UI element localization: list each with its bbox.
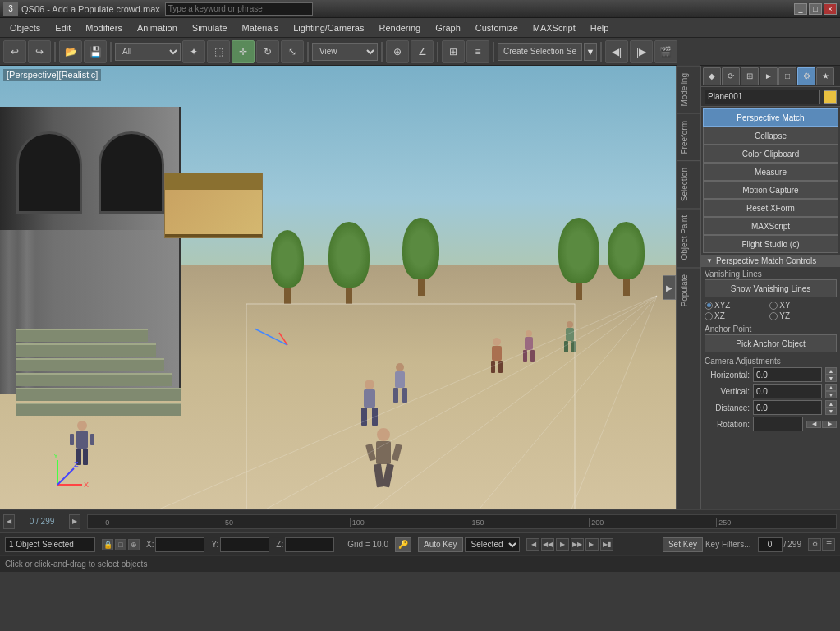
distance-input[interactable] [753, 400, 822, 415]
snap-icon[interactable]: ⊕ [128, 539, 140, 550]
end-frame-btn[interactable]: ▶▮ [600, 538, 613, 551]
radio-yz[interactable]: YZ [769, 311, 833, 320]
radio-xyz-dot[interactable] [705, 302, 713, 310]
horizontal-input[interactable] [753, 367, 822, 382]
horizontal-up-btn[interactable]: ▲ [825, 367, 837, 375]
frame-number-input[interactable] [758, 537, 783, 552]
viewport-fold-btn[interactable]: ▶ [663, 275, 676, 300]
align-btn[interactable]: ≡ [466, 40, 489, 63]
vtab-object-paint[interactable]: Object Paint [677, 208, 700, 266]
selected-dropdown[interactable]: Selected [465, 537, 520, 552]
auto-key-btn[interactable]: Auto Key [418, 537, 463, 552]
utilities-icon-btn[interactable]: ⚙ [797, 67, 815, 85]
reset-xform-btn[interactable]: Reset XForm [703, 199, 838, 217]
color-clipboard-btn[interactable]: Color Clipboard [703, 145, 838, 163]
create-selection-dropdown[interactable]: ▼ [584, 43, 597, 61]
filter-dropdown[interactable]: All [115, 43, 181, 61]
maxscript-btn[interactable]: MAXScript [703, 217, 838, 235]
menu-rendering[interactable]: Rendering [372, 21, 427, 35]
render-btn[interactable]: 🎬 [654, 40, 677, 63]
save-btn[interactable]: 💾 [84, 40, 107, 63]
scale-btn[interactable]: ⤡ [281, 40, 304, 63]
prev-key-btn[interactable]: ◀| [605, 40, 628, 63]
prev-frame-btn[interactable]: |◀ [526, 538, 539, 551]
menu-help[interactable]: Help [584, 21, 616, 35]
snap-btn[interactable]: ⊕ [386, 40, 409, 63]
menu-objects[interactable]: Objects [3, 21, 47, 35]
motion-icon-btn[interactable]: ► [760, 67, 778, 85]
display-icon-btn[interactable]: ◆ [703, 67, 721, 85]
star-icon-btn[interactable]: ★ [816, 67, 834, 85]
hierarchy-icon-btn[interactable]: ⊞ [741, 67, 759, 85]
prev-key-frame-btn[interactable]: ◀◀ [541, 538, 554, 551]
redo-btn[interactable]: ↪ [28, 40, 51, 63]
measure-btn[interactable]: Measure [703, 163, 838, 181]
menu-edit[interactable]: Edit [48, 21, 77, 35]
lock-icon[interactable]: 🔒 [102, 539, 113, 550]
menu-graph[interactable]: Graph [429, 21, 467, 35]
vertical-down-btn[interactable]: ▼ [825, 391, 837, 398]
menu-maxscript[interactable]: MAXScript [526, 21, 582, 35]
rollout-header[interactable]: ▼ Perspective Match Controls [701, 255, 840, 267]
object-icon[interactable]: □ [115, 539, 126, 550]
minimize-btn[interactable]: _ [794, 3, 807, 15]
z-coord-input[interactable] [285, 537, 334, 552]
radio-xyz[interactable]: XYZ [705, 301, 768, 310]
key-icon[interactable]: 🔑 [395, 537, 411, 552]
menu-customize[interactable]: Customize [469, 21, 525, 35]
horizontal-down-btn[interactable]: ▼ [825, 375, 837, 382]
y-coord-input[interactable] [220, 537, 269, 552]
viewport-3d[interactable]: [Perspective][Realistic] X Y Z ▶ [0, 66, 676, 509]
play-btn[interactable]: ▶ [556, 538, 569, 551]
motion-capture-btn[interactable]: Motion Capture [703, 181, 838, 199]
vertical-input[interactable] [753, 384, 822, 398]
menu-animation[interactable]: Animation [131, 21, 184, 35]
collapse-btn[interactable]: Collapse [703, 127, 838, 145]
vtab-modeling[interactable]: Modeling [677, 66, 700, 113]
menu-simulate[interactable]: Simulate [186, 21, 234, 35]
radio-xy[interactable]: XY [769, 301, 833, 310]
distance-down-btn[interactable]: ▼ [825, 408, 837, 415]
key-filters-btn[interactable]: Key Filters... [705, 540, 751, 549]
close-btn[interactable]: × [824, 3, 837, 15]
title-search-input[interactable] [165, 2, 313, 16]
open-btn[interactable]: 📂 [59, 40, 82, 63]
radio-xy-dot[interactable] [769, 302, 778, 310]
modify-icon-btn[interactable]: ⟳ [722, 67, 740, 85]
angle-snap-btn[interactable]: ∠ [411, 40, 434, 63]
pick-anchor-btn[interactable]: Pick Anchor Object [705, 334, 837, 352]
set-key-btn[interactable]: Set Key [663, 537, 703, 552]
create-selection-btn[interactable]: Create Selection Se [498, 43, 582, 61]
next-frame-btn[interactable]: ▶| [585, 538, 599, 551]
show-vanishing-btn[interactable]: Show Vanishing Lines [705, 279, 837, 297]
radio-xz[interactable]: XZ [705, 311, 768, 320]
object-name-input[interactable] [705, 90, 820, 104]
menu-lighting[interactable]: Lighting/Cameras [287, 21, 370, 35]
perspective-match-btn[interactable]: Perspective Match [703, 108, 838, 127]
flight-studio-btn[interactable]: Flight Studio (c) [703, 235, 838, 253]
config-btn[interactable]: ⚙ [808, 538, 821, 551]
next-key-btn[interactable]: |▶ [630, 40, 653, 63]
vtab-populate[interactable]: Populate [677, 267, 700, 313]
rotation-left-btn[interactable]: ◀ [806, 421, 821, 428]
vertical-up-btn[interactable]: ▲ [825, 384, 837, 391]
undo-btn[interactable]: ↩ [3, 40, 26, 63]
vtab-selection[interactable]: Selection [677, 160, 700, 208]
rotation-right-btn[interactable]: ▶ [822, 421, 837, 428]
x-coord-input[interactable] [155, 537, 204, 552]
color-swatch[interactable] [824, 90, 837, 104]
distance-up-btn[interactable]: ▲ [825, 400, 837, 408]
timebar-left-btn[interactable]: ◀ [3, 514, 15, 529]
select-region-btn[interactable]: ⬚ [207, 40, 230, 63]
toggle-btn[interactable]: ☰ [822, 538, 835, 551]
display2-icon-btn[interactable]: □ [778, 67, 796, 85]
select-move-btn[interactable]: ✛ [232, 40, 255, 63]
select-btn[interactable]: ✦ [182, 40, 205, 63]
menu-modifiers[interactable]: Modifiers [79, 21, 129, 35]
rotation-input[interactable] [753, 417, 803, 431]
next-key-frame-btn[interactable]: ▶▶ [571, 538, 584, 551]
radio-yz-dot[interactable] [769, 312, 778, 320]
timebar-right-btn[interactable]: ▶ [69, 514, 80, 529]
vtab-freeform[interactable]: Freeform [677, 113, 700, 161]
mirror-btn[interactable]: ⊞ [442, 40, 465, 63]
